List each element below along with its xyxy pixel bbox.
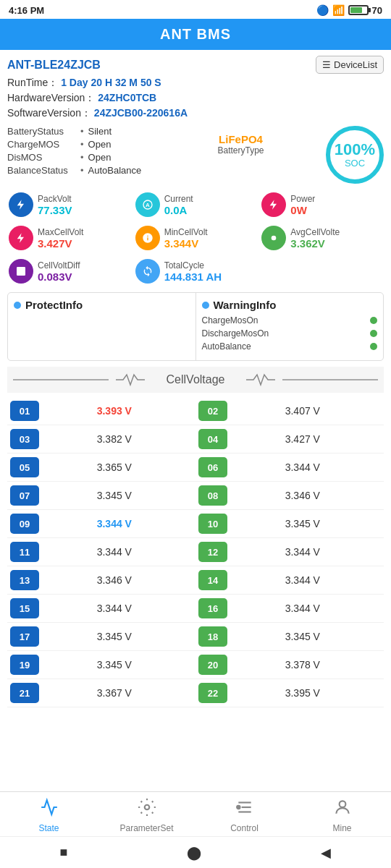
svg-point-9: [339, 801, 345, 807]
soc-circle: 100% SOC: [326, 126, 384, 184]
bottom-nav: State ParameterSet Control Mine: [0, 791, 391, 836]
cell-voltage-value: 3.346 V: [94, 566, 196, 595]
cell-voltage-value: 3.393 V: [94, 397, 196, 425]
table-row: 113.344 V123.344 V: [7, 538, 384, 566]
metric-text: AvgCellVolte 3.362V: [290, 227, 340, 250]
pulse-icon-left: [116, 373, 159, 387]
status-bar: 4:16 PM 🔵 📶 70: [0, 0, 391, 19]
cell-badge: 13: [10, 570, 39, 590]
cell-voltage-value: 3.344 V: [282, 595, 384, 623]
metric-item: MaxCellVolt 3.427V: [7, 223, 131, 253]
left-line: [13, 379, 109, 380]
home-button[interactable]: ⬤: [187, 845, 201, 861]
battery-status-section: BatteryStatus•SilentChargeMOS•OpenDisMOS…: [7, 126, 384, 184]
software-row: SoftwareVersion： 24ZJCB00-220616A: [7, 107, 384, 120]
app-title: ANT BMS: [160, 26, 231, 42]
mine-nav-label: Mine: [332, 823, 351, 833]
cell-voltage-header: CellVoltage: [7, 367, 384, 393]
metric-item: Power 0W: [260, 190, 384, 220]
status-labels: BatteryStatus•SilentChargeMOS•OpenDisMOS…: [7, 126, 163, 178]
status-item: BalanceStatus•AutoBalance: [7, 165, 163, 176]
cell-voltage-value: 3.344 V: [94, 538, 196, 566]
cell-badge: 16: [198, 598, 227, 618]
cell-badge: 21: [10, 683, 39, 703]
nav-item-parameterset[interactable]: ParameterSet: [118, 798, 176, 833]
metric-icon: A: [135, 192, 160, 217]
cell-table: 013.393 V023.407 V033.382 V043.427 V053.…: [7, 397, 384, 707]
parameterset-nav-icon: [138, 798, 156, 821]
status-icons: 🔵 📶 70: [316, 4, 382, 16]
metric-text: CellVoltDiff 0.083V: [38, 260, 80, 283]
metric-text: Current 0.0A: [164, 194, 193, 216]
status-item: DisMOS•Open: [7, 152, 163, 163]
table-row: 153.344 V163.344 V: [7, 595, 384, 623]
metric-item: A Current 0.0A: [134, 190, 258, 220]
metric-item: AvgCellVolte 3.362V: [260, 223, 384, 253]
protect-title: ProtectInfo: [14, 299, 190, 311]
parameterset-nav-label: ParameterSet: [119, 823, 173, 833]
metric-icon: [261, 192, 286, 217]
nav-item-control[interactable]: Control: [216, 798, 274, 833]
stop-button[interactable]: ■: [60, 845, 68, 860]
status-item: BatteryStatus•Silent: [7, 126, 163, 137]
back-button[interactable]: ◀: [321, 845, 331, 861]
warning-item: DischargeMosOn: [202, 328, 378, 339]
app-header: ANT BMS: [0, 19, 391, 50]
svg-point-2: [272, 236, 277, 241]
cell-badge: 11: [10, 542, 39, 562]
protect-dot: [14, 302, 21, 309]
software-value: 24ZJCB00-220616A: [94, 107, 188, 119]
table-row: 213.367 V223.395 V: [7, 679, 384, 707]
cell-voltage-value: 3.407 V: [282, 397, 384, 425]
warning-item: AutoBalance: [202, 341, 378, 352]
protect-label: ProtectInfo: [25, 299, 83, 311]
metric-item: TotalCycle 144.831 AH: [134, 256, 258, 286]
device-name: ANT-BLE24ZJCB: [7, 59, 101, 72]
battery-type-text: LiFePO4: [163, 133, 319, 145]
cell-badge: 03: [10, 429, 39, 449]
table-row: 173.345 V183.345 V: [7, 623, 384, 651]
cell-badge: 19: [10, 655, 39, 675]
cell-voltage-value: 3.345 V: [94, 651, 196, 679]
nav-item-state[interactable]: State: [20, 798, 78, 833]
device-list-icon: ☰: [322, 59, 331, 70]
cell-voltage-value: 3.367 V: [94, 679, 196, 707]
control-nav-label: Control: [230, 823, 258, 833]
cell-badge: 01: [10, 401, 39, 421]
nav-item-mine[interactable]: Mine: [314, 798, 371, 833]
cell-badge: 15: [10, 598, 39, 618]
device-list-button[interactable]: ☰ DeviceList: [316, 56, 384, 74]
state-nav-label: State: [38, 823, 59, 833]
cell-badge: 22: [198, 683, 227, 703]
metric-text: MinCellVolt 3.344V: [164, 227, 208, 250]
cell-badge: 17: [10, 626, 39, 647]
metric-icon: [261, 226, 286, 250]
cell-voltage-value: 3.344 V: [282, 538, 384, 566]
battery-pct: 70: [372, 5, 382, 16]
cell-voltage-value: 3.382 V: [94, 425, 196, 454]
battery-type-col: LiFePO4 BatteryType: [163, 126, 319, 156]
cell-badge: 12: [198, 542, 227, 562]
svg-rect-3: [17, 267, 25, 276]
status-item: ChargeMOS•Open: [7, 139, 163, 150]
signal-icon: 📶: [332, 4, 345, 16]
cell-voltage-value: 3.345 V: [94, 482, 196, 510]
runtime-value: 1 Day 20 H 32 M 50 S: [61, 77, 161, 88]
cell-badge: 02: [198, 401, 227, 421]
warning-items: ChargeMosOnDischargeMosOnAutoBalance: [202, 315, 378, 352]
cell-voltage-value: 3.344 V: [282, 454, 384, 482]
runtime-row: RunTime： 1 Day 20 H 32 M 50 S: [7, 77, 384, 90]
cell-voltage-label: CellVoltage: [167, 373, 225, 386]
cell-voltage-value: 3.344 V: [282, 566, 384, 595]
table-row: 013.393 V023.407 V: [7, 397, 384, 425]
hardware-label: HardwareVersion：: [7, 92, 95, 103]
svg-point-4: [144, 805, 149, 810]
cell-voltage-value: 3.345 V: [282, 623, 384, 651]
warning-label: WarningInfo: [214, 299, 277, 311]
cell-badge: 06: [198, 457, 227, 477]
warning-title: WarningInfo: [202, 299, 378, 311]
svg-point-8: [237, 806, 240, 809]
metric-item: MinCellVolt 3.344V: [134, 223, 258, 253]
hardware-value: 24ZHC0TCB: [98, 92, 156, 103]
cell-badge: 04: [198, 429, 227, 449]
